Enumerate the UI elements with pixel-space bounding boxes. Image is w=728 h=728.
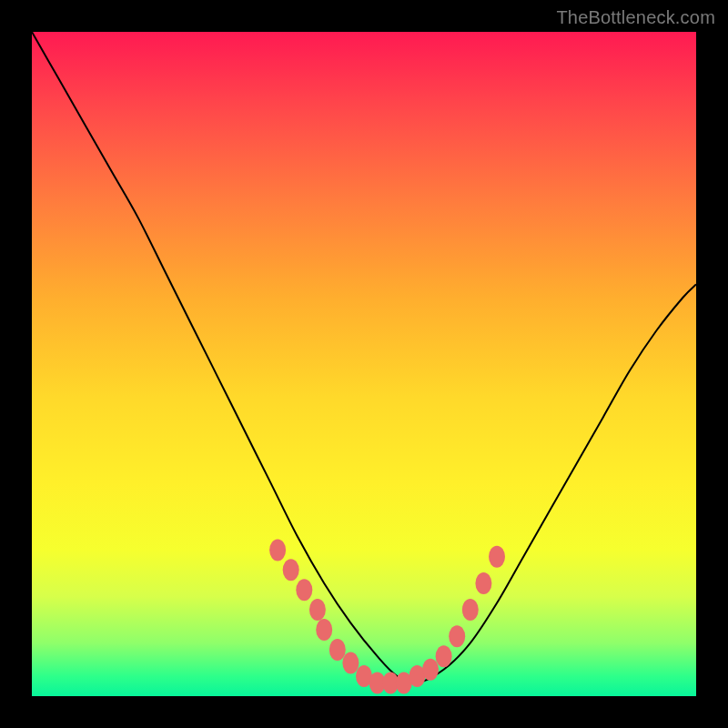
- watermark-text: TheBottleneck.com: [556, 7, 715, 28]
- chart-background: [32, 32, 696, 696]
